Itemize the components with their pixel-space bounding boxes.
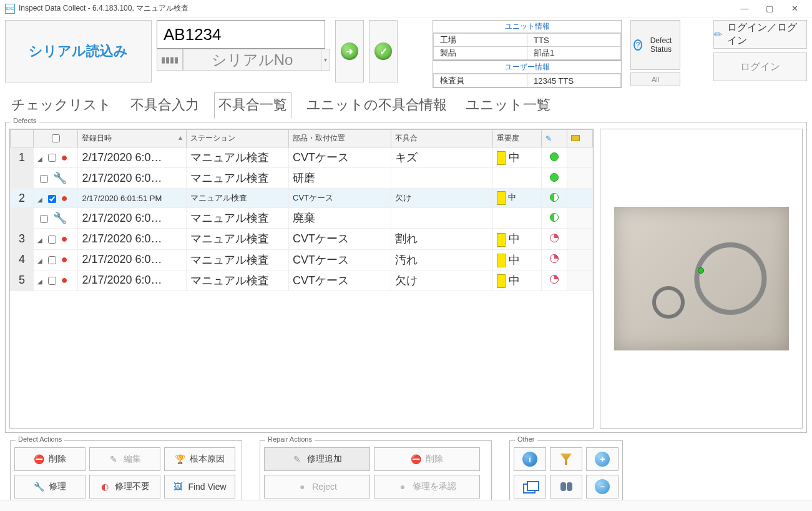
table-row[interactable]: 3◢ ●2/17/2020 6:0…マニュアル検査CVTケース割れ 中 [11,229,593,249]
cell-status [542,189,567,208]
reject-button[interactable]: ●Reject [264,475,370,499]
defects-group: Defects 登録日時 ▴ ステーション 部品・取付位置 不具合 重要度 ✎ [5,122,807,433]
exclamation-icon: ● [61,274,68,286]
expand-icon[interactable]: ◢ [37,196,42,203]
cell-flag [567,208,593,229]
col-defect[interactable]: 不具合 [391,130,493,147]
tab-defect-input[interactable]: 不具合入力 [127,93,203,118]
expand-icon[interactable]: ◢ [37,237,42,244]
delete-icon: ⛔ [34,454,44,464]
cell-datetime: 2/17/2020 6:0… [78,270,187,290]
table-row[interactable]: 5◢ ●2/17/2020 6:0…マニュアル検査CVTケース欠け 中 [11,270,593,290]
cell-station: マニュアル検査 [187,270,289,290]
row-checkbox[interactable] [40,175,48,183]
col-part[interactable]: 部品・取付位置 [289,130,391,147]
col-flag-icon[interactable] [567,130,593,147]
root-cause-button[interactable]: 🏆根本原因 [164,447,235,471]
row-check-cell: ◢ ● [33,270,78,290]
cell-flag [567,147,593,168]
tabs: チェックリスト 不具合入力 不具合一覧 ユニットの不具合情報 ユニット一覧 [0,92,812,118]
serial-load-button[interactable]: シリアル読込み [5,20,152,82]
approve-repair-button[interactable]: ●修理を承認 [374,475,480,499]
exclamation-icon: ● [61,151,68,164]
tab-unit-list[interactable]: ユニット一覧 [462,93,554,118]
all-button[interactable]: All [630,72,680,86]
edit-button[interactable]: ✎編集 [89,447,160,471]
factory-label: 工場 [434,34,527,47]
severity-indicator [497,151,506,165]
table-row[interactable]: 🔧2/17/2020 6:0…マニュアル検査廃棄 [11,208,593,229]
col-severity[interactable]: 重要度 [493,130,542,147]
row-check-cell: ◢ ● [33,229,78,249]
go-button[interactable] [335,20,364,82]
col-station[interactable]: ステーション [187,130,289,147]
copy-button[interactable] [514,475,546,499]
info-panels: ユニット情報 工場TTS 製品部品1 ユーザー情報 検査員12345 TTS [420,20,622,88]
pencil-icon: ✎ [109,454,119,464]
status-dot-icon [550,254,559,263]
find-view-button[interactable]: 🖼Find View [164,475,235,499]
expand-icon[interactable]: ◢ [37,156,42,162]
repair-delete-button[interactable]: ⛔削除 [374,447,480,471]
serial-input[interactable] [157,20,325,49]
wrench-icon: 🔧 [53,212,67,224]
defects-grid[interactable]: 登録日時 ▴ ステーション 部品・取付位置 不具合 重要度 ✎ 1◢ ●2/17… [9,129,594,429]
filter-button[interactable] [550,447,582,471]
tab-defect-list[interactable]: 不具合一覧 [214,92,291,119]
table-row[interactable]: 1◢ ●2/17/2020 6:0…マニュアル検査CVTケースキズ 中 [11,147,593,168]
defect-status-button[interactable]: ? Defect Status [630,20,680,70]
row-number: 1 [11,147,34,168]
row-checkbox[interactable] [48,256,56,264]
tab-unit-defect-info[interactable]: ユニットの不具合情報 [303,93,451,118]
cell-part: 廃棄 [289,208,391,229]
status-dot-icon [550,275,559,284]
maximize-button[interactable]: ▢ [757,0,782,17]
tab-checklist[interactable]: チェックリスト [7,93,115,118]
row-checkbox[interactable] [40,215,48,223]
find-button[interactable] [550,475,582,499]
funnel-icon [560,454,572,465]
close-button[interactable]: ✕ [782,0,807,17]
table-row[interactable]: 🔧2/17/2020 6:0…マニュアル検査研磨 [11,168,593,189]
defect-actions-legend: Defect Actions [16,435,64,443]
cell-station: マニュアル検査 [187,147,289,168]
serial-placeholder-label: シリアルNo [183,49,321,71]
row-checkbox[interactable] [48,154,56,162]
status-dot-icon [550,193,559,202]
info-button[interactable]: i [514,447,546,471]
header-checkbox[interactable] [52,134,60,142]
expand-icon[interactable]: ◢ [37,257,42,264]
cell-status [542,208,567,229]
add-repair-button[interactable]: ✎修理追加 [264,447,370,471]
add-button[interactable]: ＋ [586,447,619,471]
defects-legend: Defects [11,117,39,124]
login-button[interactable]: ログイン [713,52,807,81]
confirm-button[interactable]: ✓ [369,20,398,82]
table-row[interactable]: 4◢ ●2/17/2020 6:0…マニュアル検査CVTケース汚れ 中 [11,249,593,270]
no-repair-button[interactable]: ◐修理不要 [89,475,160,499]
row-check-cell: ◢ ● [33,189,78,208]
delete-button[interactable]: ⛔削除 [14,447,86,471]
cell-defect: 汚れ [391,249,493,270]
status-dot-icon [550,173,559,182]
row-checkbox[interactable] [48,195,56,203]
table-row[interactable]: 2◢ ●2/17/2020 6:01:51 PMマニュアル検査CVTケース欠け … [11,189,593,208]
defect-marker[interactable] [698,267,704,274]
statusbar [0,500,812,511]
expand-icon[interactable]: ◢ [37,278,42,285]
remove-button[interactable]: － [586,475,619,499]
pencil-icon: ✎ [292,454,302,464]
cell-flag [567,189,593,208]
minimize-button[interactable]: — [732,0,757,17]
col-status-icon[interactable]: ✎ [542,130,567,147]
row-checkbox[interactable] [48,277,56,285]
row-checkbox[interactable] [48,236,56,244]
cell-severity: 中 [493,189,542,208]
part-image[interactable] [614,207,789,350]
col-datetime[interactable]: 登録日時 ▴ [78,130,187,147]
serial-dropdown-button[interactable]: ▾ [321,49,330,71]
delete-icon: ⛔ [411,454,421,464]
cell-status [542,147,567,168]
repair-button[interactable]: 🔧修理 [14,475,86,499]
login-logout-button[interactable]: ✎ ログイン／ログイン [713,20,807,49]
